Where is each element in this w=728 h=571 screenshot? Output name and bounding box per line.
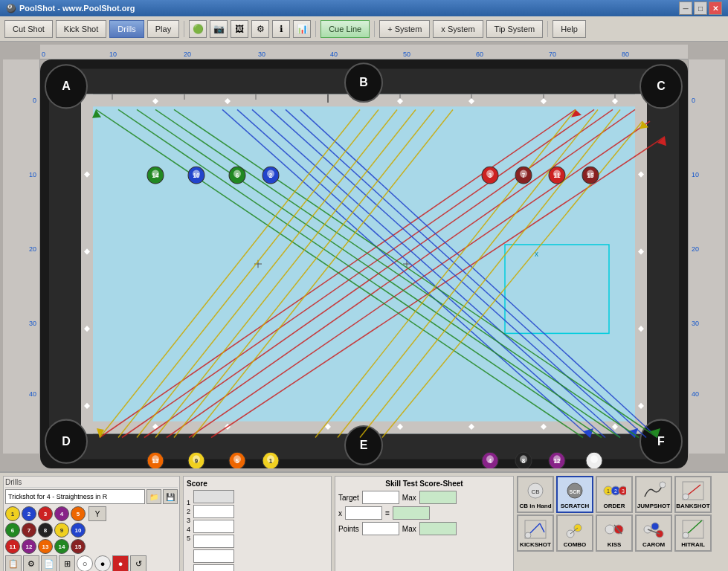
ruler-v-right-0: 0 [692,97,695,104]
scratch-icon: SCR [563,480,587,501]
jumpshot-btn[interactable]: JUMPSHOT [635,476,672,513]
tool-file-icon[interactable]: 📄 [41,555,57,571]
score-input-1[interactable] [193,505,234,518]
svg-text:3: 3 [489,172,492,179]
chart-icon-btn[interactable]: 📊 [293,20,311,38]
title-bar: 🎱 PoolShot - www.PoolShot.org ─ □ ✕ [0,0,728,16]
target-input[interactable] [362,491,399,504]
close-btn[interactable]: ✕ [709,1,722,15]
y-button[interactable]: Y [88,506,106,521]
play-btn[interactable]: Play [147,20,179,38]
points-label: Points [338,525,359,533]
eq-result[interactable] [393,506,430,520]
tool-white-ball-icon[interactable]: ● [94,555,111,571]
drill-folder-icon-btn[interactable]: 📁 [146,489,161,504]
drill-save-icon-btn[interactable]: 💾 [163,489,178,504]
info-icon-btn[interactable]: ℹ [272,20,290,38]
ruler-left: 0 10 20 30 40 [3,59,40,454]
ball-9[interactable]: 9 [54,523,69,538]
minimize-btn[interactable]: ─ [679,1,692,15]
cb-in-hand-btn[interactable]: CB CB in Hand [517,476,554,513]
camera-icon-btn[interactable]: 📷 [210,20,228,38]
ruler-tick-0: 0 [42,51,45,58]
svg-text:9: 9 [195,458,199,465]
drills-btn[interactable]: Drills [109,20,144,38]
score-input-2[interactable] [193,520,234,533]
photo-icon-btn[interactable]: 🖼 [231,20,248,38]
tip-system-btn[interactable]: Tip System [486,20,544,38]
x-system-btn[interactable]: x System [433,20,483,38]
ball-12[interactable]: 12 [22,539,36,554]
kiss-btn[interactable]: KISS [596,514,633,552]
svg-line-152 [540,523,544,532]
kickshot-icon [524,519,547,540]
ball-4[interactable]: 4 [54,506,69,521]
svg-text:SCR: SCR [570,489,581,494]
score-input-header[interactable] [193,490,234,503]
tool-copy-icon[interactable]: 📋 [5,555,22,571]
svg-text:CB: CB [531,488,539,495]
shot-icons-row-1: CB CB in Hand SCR SCRATCH 1 2 3 [517,476,725,513]
drill-name-input[interactable] [5,489,145,504]
help-btn[interactable]: Help [553,20,586,38]
toolbar: Cut Shot Kick Shot Drills Play 🟢 📷 🖼 ⚙ ℹ… [0,16,728,42]
carom-label: CAROM [642,541,665,548]
ball-13[interactable]: 13 [38,539,53,554]
svg-text:15: 15 [587,172,594,179]
kick-shot-btn[interactable]: Kick Shot [56,20,106,38]
ball-7[interactable]: 7 [22,523,36,538]
svg-point-149 [683,494,689,500]
ruler-v-left-0: 0 [33,97,36,104]
order-btn[interactable]: 1 2 3 ORDER [596,476,633,513]
cb-in-hand-icon: CB [524,480,547,501]
power-icon-btn[interactable]: 🟢 [189,20,207,38]
tool-red-ball-icon[interactable]: ● [112,555,129,571]
ball-1[interactable]: 1 [5,506,20,521]
ball-15[interactable]: 15 [71,539,86,554]
ball-3[interactable]: 3 [38,506,53,521]
tool-grid-icon[interactable]: ⊞ [59,555,75,571]
max-input[interactable] [419,491,457,504]
x-mult-input[interactable] [345,506,382,520]
ruler-v-right-20: 20 [692,245,699,253]
maximize-btn[interactable]: □ [694,1,707,15]
ball-10[interactable]: 10 [71,523,86,538]
bankshot-icon [681,480,705,501]
ball-5[interactable]: 5 [71,506,86,521]
ball-11[interactable]: 11 [5,539,20,554]
cut-shot-btn[interactable]: Cut Shot [4,20,53,38]
points-input[interactable] [362,522,399,535]
carom-btn[interactable]: CAROM [635,514,672,552]
tool-refresh-icon[interactable]: ↺ [130,555,146,571]
hitrail-btn[interactable]: HITRAIL [674,514,712,552]
cue-line-btn[interactable]: Cue Line [320,20,370,38]
points-max-input[interactable] [419,522,457,535]
eq-label: = [385,509,390,517]
ball-8[interactable]: 8 [38,523,53,538]
tool-cue-ball-icon[interactable]: ○ [77,555,93,571]
score-input-4[interactable] [193,549,234,563]
plus-system-btn[interactable]: + System [379,20,430,38]
skill-x-row: x = [338,506,510,520]
pool-table[interactable]: A B C D E F [40,59,688,468]
bankshot-btn[interactable]: BANKSHOT [674,476,712,513]
ball-14[interactable]: 14 [54,539,69,554]
ruler-tick-60: 60 [476,51,483,58]
kickshot-btn[interactable]: KICKSHOT [517,514,554,552]
combo-icon [563,519,587,540]
ball-2[interactable]: 2 [22,506,36,521]
svg-point-157 [605,525,614,534]
settings-icon-btn[interactable]: ⚙ [251,20,269,38]
score-input-3[interactable] [193,535,234,548]
hitrail-label: HITRAIL [681,541,705,548]
ball-6[interactable]: 6 [5,523,20,538]
svg-rect-5 [81,94,93,434]
score-input-5[interactable] [193,564,234,571]
svg-text:7: 7 [522,172,526,179]
scratch-btn[interactable]: SCR SCRATCH [556,476,593,513]
main-area: 0 10 20 30 40 50 60 70 80 0 10 20 30 40 … [0,42,728,471]
tool-config-icon[interactable]: ⚙ [23,555,39,571]
combo-btn[interactable]: COMBO [556,514,593,552]
svg-point-146 [660,482,666,488]
kiss-icon [602,519,626,540]
